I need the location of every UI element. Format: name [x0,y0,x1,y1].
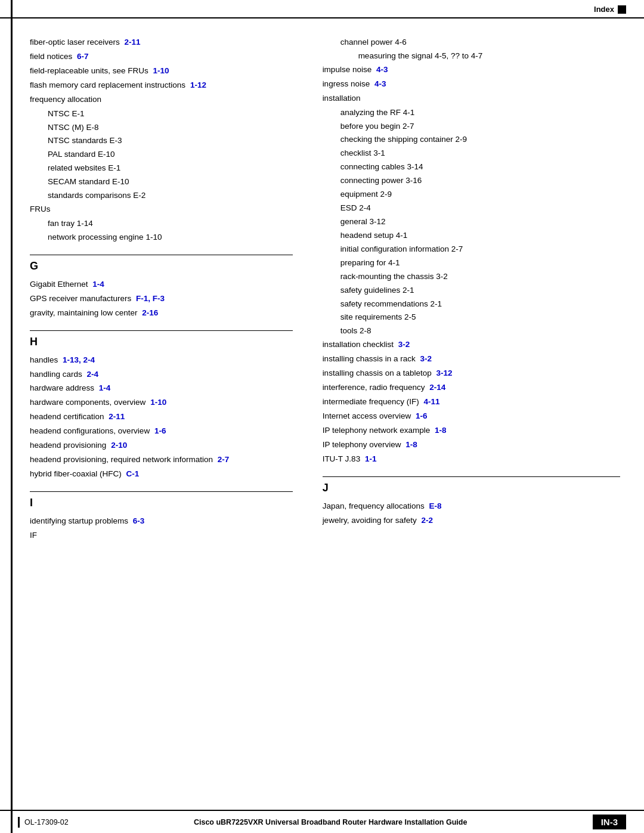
list-item: safety recommendations 2-1 [323,298,620,311]
list-item: tools 2-8 [323,325,620,337]
list-item: IF [30,529,293,542]
list-item: PAL standard E-10 [30,148,293,161]
main-content: fiber-optic laser receivers 2-11 field n… [0,18,644,580]
left-column: fiber-optic laser receivers 2-11 field n… [30,36,311,544]
list-item: ESD 2-4 [323,202,620,215]
list-item: NTSC standards E-3 [30,135,293,147]
list-item: intermediate frequency (IF) 4-11 [323,396,620,408]
section-j: J [323,476,620,494]
list-item: installing chassis in a rack 3-2 [323,353,620,366]
list-item: hardware components, overview 1-10 [30,397,293,409]
list-item: before you begin 2-7 [323,120,620,133]
list-item: installation [323,92,620,105]
list-item: handling cards 2-4 [30,368,293,381]
list-item: hybrid fiber-coaxial (HFC) C-1 [30,468,293,481]
list-item: IP telephony overview 1-8 [323,439,620,451]
list-item: fiber-optic laser receivers 2-11 [30,36,293,49]
list-item: initial configuration information 2-7 [323,243,620,256]
header-index-label: Index [594,5,614,14]
list-item: equipment 2-9 [323,188,620,201]
list-item: headend setup 4-1 [323,230,620,242]
section-h: H [30,330,293,348]
footer: OL-17309-02 Cisco uBR7225VXR Universal B… [0,810,644,833]
list-item: standards comparisons E-2 [30,190,293,202]
left-vertical-bar [11,0,13,833]
section-letter-h: H [30,336,293,348]
footer-page-label: IN-3 [593,815,626,829]
list-item: SECAM standard E-10 [30,176,293,188]
list-item: frequency allocation [30,94,293,106]
section-g: G [30,255,293,272]
list-item: FRUs [30,203,293,216]
section-letter-i: I [30,497,293,509]
list-item: IP telephony network example 1-8 [323,425,620,437]
footer-left: OL-17309-02 [18,817,69,828]
list-item: handles 1-13, 2-4 [30,354,293,367]
list-item: field notices 6-7 [30,51,293,63]
section-divider [30,255,293,255]
page: Index fiber-optic laser receivers 2-11 f… [0,0,644,833]
list-item: headend configurations, overview 1-6 [30,425,293,438]
list-item: fan tray 1-14 [30,218,293,230]
list-item: headend provisioning 2-10 [30,439,293,452]
list-item: installation checklist 3-2 [323,339,620,351]
list-item: Gigabit Ethernet 1-4 [30,278,293,291]
list-item: site requirements 2-5 [323,311,620,324]
list-item: Japan, frequency allocations E-8 [323,500,620,513]
list-item: general 3-12 [323,216,620,228]
list-item: measuring the signal 4-5, ?? to 4-7 [323,50,620,63]
list-item: connecting cables 3-14 [323,161,620,174]
list-item: impulse noise 4-3 [323,64,620,76]
list-item: gravity, maintaining low center 2-16 [30,307,293,320]
list-item: checking the shipping container 2-9 [323,134,620,146]
top-header: Index [0,0,644,18]
list-item: rack-mounting the chassis 3-2 [323,271,620,283]
list-item: network processing engine 1-10 [30,231,293,244]
section-letter-j: J [323,482,620,494]
list-item: installing chassis on a tabletop 3-12 [323,367,620,380]
list-item: channel power 4-6 [323,36,620,49]
section-divider [30,330,293,331]
list-item: NTSC (M) E-8 [30,122,293,134]
list-item: field-replaceable units, see FRUs 1-10 [30,65,293,78]
section-letter-g: G [30,260,293,272]
section-i: I [30,491,293,509]
section-divider [30,491,293,492]
section-divider [323,476,620,477]
list-item: analyzing the RF 4-1 [323,107,620,119]
list-item: GPS receiver manufacturers F-1, F-3 [30,293,293,305]
header-square-icon [618,5,626,14]
footer-left-bar [18,817,20,828]
list-item: hardware address 1-4 [30,382,293,395]
list-item: Internet access overview 1-6 [323,410,620,423]
list-item: connecting power 3-16 [323,175,620,187]
list-item: ITU-T J.83 1-1 [323,453,620,466]
list-item: headend certification 2-11 [30,411,293,423]
list-item: checklist 3-1 [323,147,620,160]
footer-doc-number: OL-17309-02 [24,818,69,826]
list-item: interference, radio frequency 2-14 [323,382,620,394]
list-item: jewelry, avoiding for safety 2-2 [323,515,620,527]
footer-center-text: Cisco uBR7225VXR Universal Broadband Rou… [69,818,593,826]
list-item: NTSC E-1 [30,108,293,120]
list-item: related websites E-1 [30,162,293,175]
list-item: ingress noise 4-3 [323,78,620,91]
list-item: preparing for 4-1 [323,257,620,270]
list-item: safety guidelines 2-1 [323,284,620,297]
right-column: channel power 4-6 measuring the signal 4… [311,36,620,544]
list-item: headend provisioning, required network i… [30,454,293,466]
list-item: flash memory card replacement instructio… [30,79,293,92]
list-item: identifying startup problems 6-3 [30,515,293,528]
